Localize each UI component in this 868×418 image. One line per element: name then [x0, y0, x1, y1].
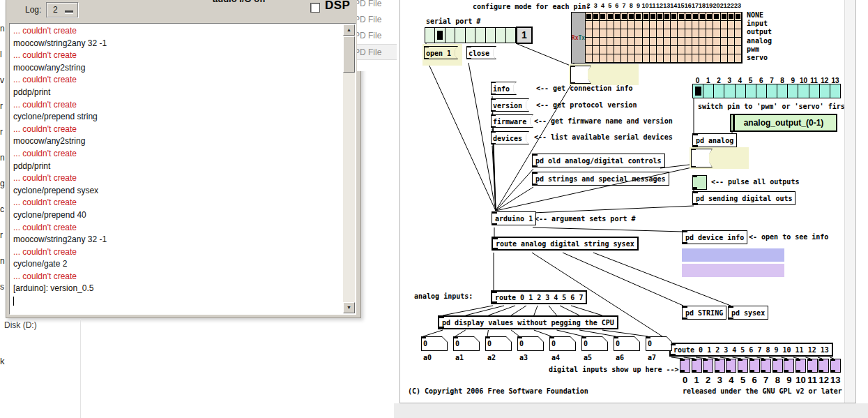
pin-mode-cell[interactable] [713, 21, 720, 29]
pin-mode-cell[interactable] [586, 29, 593, 38]
analog-value-box[interactable]: 0 [646, 336, 672, 351]
pin-mode-cell[interactable] [713, 38, 720, 46]
pin-mode-cell[interactable] [728, 46, 735, 54]
output-pin-cell[interactable] [798, 84, 809, 98]
pin-mode-cell[interactable] [621, 38, 628, 46]
pin-mode-cell[interactable] [706, 46, 713, 54]
pin-mode-cell[interactable] [678, 54, 685, 63]
pin-mode-cell[interactable] [664, 38, 671, 46]
digital-toggle[interactable] [715, 359, 725, 373]
pin-mode-cell[interactable] [593, 46, 600, 54]
patch-scrollbar[interactable] [844, 0, 855, 403]
pin-mode-cell[interactable] [721, 21, 728, 29]
pin-mode-cell[interactable] [643, 21, 650, 29]
pin-mode-cell[interactable] [664, 13, 671, 21]
pin-mode-cell[interactable] [628, 54, 635, 63]
output-pin-cell[interactable] [767, 84, 777, 98]
digital-toggle[interactable] [795, 359, 806, 373]
serial-radio-cell[interactable] [466, 28, 475, 43]
pin-mode-cell[interactable] [614, 38, 621, 46]
output-pin-cell[interactable] [714, 84, 724, 98]
pin-mode-cell[interactable] [650, 54, 657, 63]
pin-mode-cell[interactable] [593, 29, 600, 38]
pin-mode-cell[interactable] [721, 38, 728, 46]
digital-toggle[interactable] [726, 359, 736, 373]
pin-mode-cell[interactable] [607, 46, 614, 54]
pin-mode-cell[interactable] [628, 29, 635, 38]
pin-mode-cell[interactable] [664, 54, 671, 63]
pin-mode-cell[interactable] [699, 38, 706, 46]
pin-mode-cell[interactable] [706, 29, 713, 38]
pin-mode-cell[interactable] [671, 29, 678, 38]
pin-mode-cell[interactable] [628, 21, 635, 29]
pin-mode-cell[interactable] [699, 46, 706, 54]
arduino-object[interactable]: arduino 1 [492, 211, 536, 225]
analog-value-box[interactable]: 0 [453, 336, 480, 351]
pin-mode-cell[interactable] [728, 13, 735, 21]
pin-mode-cell[interactable] [600, 21, 607, 29]
digital-toggle[interactable] [772, 359, 783, 373]
pin-mode-cell[interactable] [635, 29, 642, 38]
pin-mode-cell[interactable] [607, 38, 614, 46]
serial-radio-cell[interactable] [506, 28, 515, 43]
output-pin-cell[interactable] [724, 84, 735, 98]
analog-value-box[interactable]: 0 [485, 336, 512, 351]
pin-mode-cell[interactable] [721, 54, 728, 63]
analog-value-box[interactable]: 0 [614, 336, 640, 351]
pd-device-info-object[interactable]: pd device info [682, 230, 747, 244]
pin-mode-cell[interactable] [614, 46, 621, 54]
pin-mode-cell[interactable] [607, 29, 614, 38]
output-pin-cell[interactable] [693, 84, 703, 98]
pin-mode-cell[interactable] [607, 21, 614, 29]
serial-radio-cell[interactable] [496, 28, 505, 43]
info-message[interactable]: info [491, 82, 517, 95]
pin-mode-cell[interactable] [678, 21, 685, 29]
pin-mode-cell[interactable] [728, 54, 735, 63]
slider-knob[interactable] [733, 115, 735, 130]
pd-string-object[interactable]: pd STRING [682, 306, 726, 320]
pin-mode-cell[interactable] [628, 38, 635, 46]
pin-mode-cell[interactable] [614, 21, 621, 29]
analog-value-box[interactable]: 0 [549, 336, 576, 351]
scroll-up-button[interactable]: ▲ [343, 24, 355, 36]
pin-mode-cell[interactable] [692, 13, 699, 21]
serial-port-radio[interactable] [425, 27, 516, 43]
pin-mode-cell[interactable] [635, 38, 642, 46]
pin-mode-cell[interactable] [735, 54, 742, 63]
pin-mode-cell[interactable] [621, 29, 628, 38]
pin-mode-cell[interactable] [671, 21, 678, 29]
pin-mode-cell[interactable] [657, 13, 664, 21]
pin-mode-cell[interactable] [685, 29, 692, 38]
file-type-item[interactable]: PD File [357, 0, 397, 12]
pin-mode-cell[interactable] [671, 38, 678, 46]
pin-mode-cell[interactable] [728, 21, 735, 29]
route-main-object[interactable]: route analog digital string sysex [492, 237, 639, 251]
pin-mode-cell[interactable] [614, 13, 621, 21]
pin-mode-cell[interactable] [643, 54, 650, 63]
digital-toggle[interactable] [749, 359, 760, 373]
pd-analog-object[interactable]: pd analog [692, 133, 737, 147]
pin-mode-cell[interactable] [586, 38, 593, 46]
pin-mode-cell[interactable] [671, 46, 678, 54]
pin-mode-cell[interactable] [699, 29, 706, 38]
pin-mode-cell[interactable] [678, 46, 685, 54]
pin-mode-cell[interactable] [643, 38, 650, 46]
pin-mode-cell[interactable] [735, 38, 742, 46]
output-pin-cell[interactable] [788, 84, 798, 98]
pin-mode-cell[interactable] [664, 21, 671, 29]
pin-mode-cell[interactable] [614, 54, 621, 63]
output-pin-cell[interactable] [746, 84, 756, 98]
dsp-checkbox[interactable] [310, 3, 320, 13]
pin-mode-cell[interactable] [735, 29, 742, 38]
pin-mode-cell[interactable] [685, 46, 692, 54]
pin-mode-cell[interactable] [657, 29, 664, 38]
pin-mode-cell[interactable] [593, 21, 600, 29]
pin-mode-cell[interactable] [614, 29, 621, 38]
pin-mode-cell[interactable] [699, 13, 706, 21]
pin-mode-grid[interactable]: RxTx [571, 12, 743, 64]
serial-radio-cell[interactable] [455, 28, 465, 43]
digital-toggle[interactable] [807, 359, 818, 373]
pin-mode-cell[interactable] [621, 46, 628, 54]
serial-radio-cell[interactable] [475, 28, 485, 43]
pin-mode-cell[interactable] [728, 38, 735, 46]
